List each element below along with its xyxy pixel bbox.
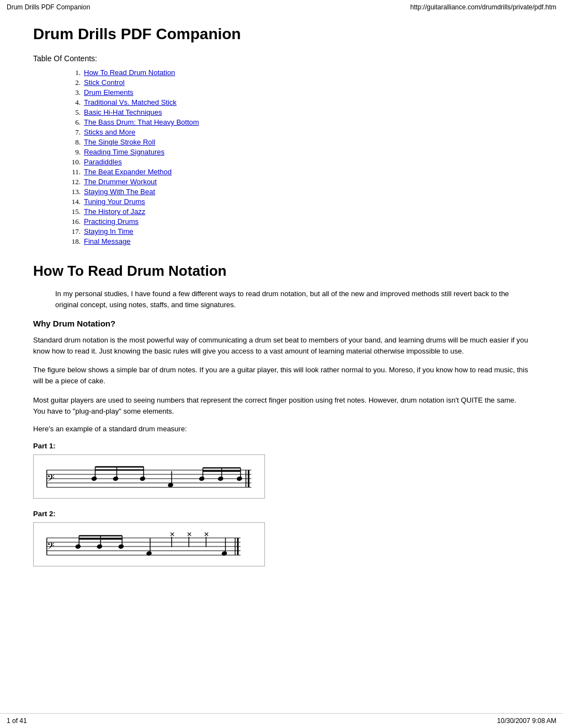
music-notation-part2: 𝄢 ✕ ✕ ✕	[33, 522, 265, 566]
svg-text:𝄢: 𝄢	[47, 540, 55, 554]
list-item: 16. Practicing Drums	[66, 217, 530, 226]
toc-num: 8.	[66, 138, 81, 147]
toc-num: 11.	[66, 168, 81, 176]
toc-list: 1. How To Read Drum Notation 2. Stick Co…	[33, 68, 530, 246]
body-paragraph-2: The figure below shows a simple bar of d…	[33, 365, 530, 387]
section1-intro: In my personal studies, I have found a f…	[33, 288, 530, 310]
toc-num: 6.	[66, 118, 81, 127]
list-item: 18. Final Message	[66, 237, 530, 246]
list-item: 13. Staying With The Beat	[66, 188, 530, 196]
list-item: 15. The History of Jazz	[66, 207, 530, 216]
page-number: 1 of 41	[7, 717, 27, 725]
body-paragraph-1: Standard drum notation is the most power…	[33, 335, 530, 357]
svg-text:𝄢: 𝄢	[47, 473, 55, 486]
list-item: 5. Basic Hi-Hat Techniques	[66, 108, 530, 117]
svg-point-24	[217, 476, 224, 481]
toc-link-2[interactable]: Stick Control	[84, 78, 125, 87]
main-heading: Drum Drills PDF Companion	[33, 25, 530, 43]
timestamp: 10/30/2007 9:08 AM	[497, 717, 556, 725]
toc-label: Table Of Contents:	[33, 54, 530, 63]
svg-point-44	[146, 550, 152, 556]
subsection-heading: Why Drum Notation?	[33, 319, 530, 328]
section1-heading: How To Read Drum Notation	[33, 263, 530, 280]
list-item: 2. Stick Control	[66, 78, 530, 87]
toc-num: 12.	[66, 178, 81, 186]
list-item: 4. Traditional Vs. Matched Stick	[66, 98, 530, 107]
toc-num: 13.	[66, 188, 81, 196]
part2-label: Part 2:	[33, 510, 530, 518]
toc-link-4[interactable]: Traditional Vs. Matched Stick	[84, 98, 177, 107]
list-item: 10. Paradiddles	[66, 158, 530, 167]
svg-point-52	[221, 550, 227, 556]
toc-link-9[interactable]: Reading Time Signatures	[84, 148, 164, 157]
toc-link-8[interactable]: The Single Stroke Roll	[84, 138, 155, 147]
toc-num: 2.	[66, 78, 81, 87]
toc-num: 15.	[66, 207, 81, 216]
toc-link-16[interactable]: Practicing Drums	[84, 217, 139, 226]
list-item: 11. The Beat Expander Method	[66, 168, 530, 176]
page-title-top: Drum Drills PDF Companion	[7, 3, 90, 11]
toc-link-7[interactable]: Sticks and More	[84, 128, 135, 137]
list-item: 1. How To Read Drum Notation	[66, 68, 530, 77]
list-item: 17. Staying In Time	[66, 227, 530, 236]
list-item: 14. Tuning Your Drums	[66, 197, 530, 206]
toc-num: 16.	[66, 217, 81, 226]
svg-point-16	[140, 476, 146, 481]
svg-text:✕: ✕	[187, 531, 192, 538]
list-item: 9. Reading Time Signatures	[66, 148, 530, 157]
toc-link-18[interactable]: Final Message	[84, 237, 131, 246]
toc-link-13[interactable]: Staying With The Beat	[84, 188, 155, 196]
list-item: 6. The Bass Drum: That Heavy Bottom	[66, 118, 530, 127]
toc-link-15[interactable]: The History of Jazz	[84, 207, 145, 216]
toc-num: 5.	[66, 108, 81, 117]
list-item: 7. Sticks and More	[66, 128, 530, 137]
toc-link-14[interactable]: Tuning Your Drums	[84, 197, 145, 206]
music-notation-part1: 𝄢	[33, 454, 265, 499]
list-item: 3. Drum Elements	[66, 88, 530, 97]
svg-point-22	[199, 476, 205, 481]
toc-num: 10.	[66, 158, 81, 167]
svg-point-41	[97, 544, 103, 549]
toc-num: 14.	[66, 197, 81, 206]
toc-num: 18.	[66, 237, 81, 246]
toc-num: 4.	[66, 98, 81, 107]
part1-label: Part 1:	[33, 442, 530, 450]
list-item: 12. The Drummer Workout	[66, 178, 530, 186]
here-example-text: Here's an example of a standard drum mea…	[33, 425, 530, 433]
svg-point-39	[75, 544, 81, 549]
page-url-top: http://guitaralliance.com/drumdrills/pri…	[410, 3, 556, 11]
bottom-bar: 1 of 41 10/30/2007 9:08 AM	[0, 713, 563, 728]
toc-link-10[interactable]: Paradiddles	[84, 158, 122, 167]
toc-num: 1.	[66, 68, 81, 77]
toc-link-6[interactable]: The Bass Drum: That Heavy Bottom	[84, 118, 199, 127]
svg-point-14	[113, 476, 119, 481]
svg-text:✕: ✕	[169, 531, 175, 538]
toc-link-3[interactable]: Drum Elements	[84, 88, 134, 97]
toc-link-5[interactable]: Basic Hi-Hat Techniques	[84, 108, 162, 117]
svg-point-12	[91, 476, 97, 481]
toc-num: 3.	[66, 88, 81, 97]
toc-num: 17.	[66, 227, 81, 236]
toc-link-17[interactable]: Staying In Time	[84, 227, 134, 236]
toc-num: 9.	[66, 148, 81, 157]
toc-link-12[interactable]: The Drummer Workout	[84, 178, 157, 186]
svg-point-43	[118, 544, 124, 549]
svg-text:✕: ✕	[204, 531, 209, 538]
toc-link-11[interactable]: The Beat Expander Method	[84, 168, 172, 176]
toc-num: 7.	[66, 128, 81, 137]
toc-link-1[interactable]: How To Read Drum Notation	[84, 68, 175, 77]
svg-point-26	[236, 476, 242, 481]
list-item: 8. The Single Stroke Roll	[66, 138, 530, 147]
body-paragraph-3: Most guitar players are used to seeing n…	[33, 395, 530, 417]
